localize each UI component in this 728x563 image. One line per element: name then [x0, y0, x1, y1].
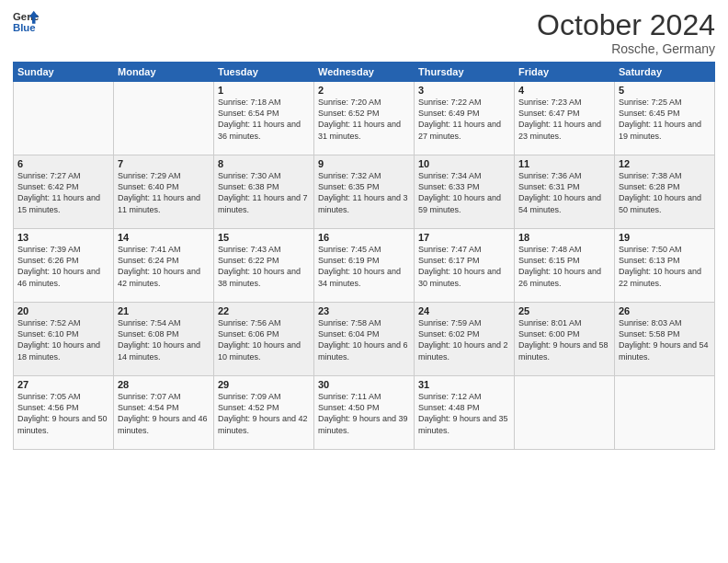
header: General Blue October 2024 Rosche, German…: [13, 9, 715, 56]
day-info: Sunrise: 7:34 AM Sunset: 6:33 PM Dayligh…: [418, 170, 510, 215]
day-number: 11: [518, 158, 610, 169]
day-number: 9: [318, 158, 410, 169]
day-info: Sunrise: 7:43 AM Sunset: 6:22 PM Dayligh…: [218, 244, 310, 289]
day-number: 25: [518, 305, 610, 316]
day-number: 20: [17, 305, 109, 316]
day-cell: 17Sunrise: 7:47 AM Sunset: 6:17 PM Dayli…: [415, 229, 515, 303]
day-number: 30: [318, 379, 410, 390]
day-info: Sunrise: 7:54 AM Sunset: 6:08 PM Dayligh…: [118, 317, 210, 362]
day-header-sunday: Sunday: [14, 63, 114, 82]
day-cell: 11Sunrise: 7:36 AM Sunset: 6:31 PM Dayli…: [515, 155, 615, 229]
month-title: October 2024: [537, 9, 715, 41]
day-number: 10: [418, 158, 510, 169]
day-number: 16: [318, 232, 410, 243]
day-cell: 1Sunrise: 7:18 AM Sunset: 6:54 PM Daylig…: [214, 82, 314, 155]
day-header-saturday: Saturday: [615, 63, 715, 82]
day-number: 19: [619, 232, 711, 243]
day-header-monday: Monday: [114, 63, 214, 82]
day-info: Sunrise: 7:59 AM Sunset: 6:02 PM Dayligh…: [418, 317, 510, 362]
day-cell: 10Sunrise: 7:34 AM Sunset: 6:33 PM Dayli…: [415, 155, 515, 229]
day-info: Sunrise: 7:27 AM Sunset: 6:42 PM Dayligh…: [17, 170, 109, 215]
day-number: 2: [318, 85, 410, 96]
day-cell: 2Sunrise: 7:20 AM Sunset: 6:52 PM Daylig…: [314, 82, 415, 155]
day-cell: 5Sunrise: 7:25 AM Sunset: 6:45 PM Daylig…: [615, 82, 715, 155]
day-info: Sunrise: 7:39 AM Sunset: 6:26 PM Dayligh…: [17, 244, 109, 289]
day-number: 14: [118, 232, 210, 243]
day-cell: 26Sunrise: 8:03 AM Sunset: 5:58 PM Dayli…: [615, 303, 715, 376]
day-number: 7: [118, 158, 210, 169]
day-info: Sunrise: 7:29 AM Sunset: 6:40 PM Dayligh…: [118, 170, 210, 215]
day-cell: 21Sunrise: 7:54 AM Sunset: 6:08 PM Dayli…: [114, 303, 214, 376]
day-cell: 8Sunrise: 7:30 AM Sunset: 6:38 PM Daylig…: [214, 155, 314, 229]
day-cell: 25Sunrise: 8:01 AM Sunset: 6:00 PM Dayli…: [515, 303, 615, 376]
logo-icon: General Blue: [13, 9, 39, 35]
day-header-tuesday: Tuesday: [214, 63, 314, 82]
day-cell: 12Sunrise: 7:38 AM Sunset: 6:28 PM Dayli…: [615, 155, 715, 229]
day-info: Sunrise: 7:05 AM Sunset: 4:56 PM Dayligh…: [17, 391, 109, 436]
logo: General Blue: [13, 9, 39, 35]
day-cell: 28Sunrise: 7:07 AM Sunset: 4:54 PM Dayli…: [114, 376, 214, 450]
day-info: Sunrise: 7:38 AM Sunset: 6:28 PM Dayligh…: [619, 170, 711, 215]
page: General Blue October 2024 Rosche, German…: [0, 0, 728, 563]
week-row-5: 27Sunrise: 7:05 AM Sunset: 4:56 PM Dayli…: [14, 376, 715, 450]
day-number: 3: [418, 85, 510, 96]
day-cell: 22Sunrise: 7:56 AM Sunset: 6:06 PM Dayli…: [214, 303, 314, 376]
day-info: Sunrise: 7:52 AM Sunset: 6:10 PM Dayligh…: [17, 317, 109, 362]
week-row-2: 6Sunrise: 7:27 AM Sunset: 6:42 PM Daylig…: [14, 155, 715, 229]
day-number: 4: [518, 85, 610, 96]
day-info: Sunrise: 8:03 AM Sunset: 5:58 PM Dayligh…: [619, 317, 711, 362]
day-cell: 14Sunrise: 7:41 AM Sunset: 6:24 PM Dayli…: [114, 229, 214, 303]
day-info: Sunrise: 7:09 AM Sunset: 4:52 PM Dayligh…: [218, 391, 310, 436]
day-number: 27: [17, 379, 109, 390]
week-row-3: 13Sunrise: 7:39 AM Sunset: 6:26 PM Dayli…: [14, 229, 715, 303]
day-cell: 18Sunrise: 7:48 AM Sunset: 6:15 PM Dayli…: [515, 229, 615, 303]
day-number: 5: [619, 85, 711, 96]
day-number: 22: [218, 305, 310, 316]
day-info: Sunrise: 7:48 AM Sunset: 6:15 PM Dayligh…: [518, 244, 610, 289]
day-cell: [615, 376, 715, 450]
day-info: Sunrise: 7:45 AM Sunset: 6:19 PM Dayligh…: [318, 244, 410, 289]
day-cell: 9Sunrise: 7:32 AM Sunset: 6:35 PM Daylig…: [314, 155, 415, 229]
svg-text:Blue: Blue: [13, 22, 36, 33]
day-cell: 16Sunrise: 7:45 AM Sunset: 6:19 PM Dayli…: [314, 229, 415, 303]
day-info: Sunrise: 7:30 AM Sunset: 6:38 PM Dayligh…: [218, 170, 310, 215]
day-info: Sunrise: 7:41 AM Sunset: 6:24 PM Dayligh…: [118, 244, 210, 289]
day-cell: 15Sunrise: 7:43 AM Sunset: 6:22 PM Dayli…: [214, 229, 314, 303]
day-info: Sunrise: 7:20 AM Sunset: 6:52 PM Dayligh…: [318, 97, 410, 142]
day-info: Sunrise: 7:23 AM Sunset: 6:47 PM Dayligh…: [518, 97, 610, 142]
day-cell: 20Sunrise: 7:52 AM Sunset: 6:10 PM Dayli…: [14, 303, 114, 376]
day-header-wednesday: Wednesday: [314, 63, 415, 82]
week-row-4: 20Sunrise: 7:52 AM Sunset: 6:10 PM Dayli…: [14, 303, 715, 376]
day-number: 29: [218, 379, 310, 390]
day-number: 28: [118, 379, 210, 390]
day-info: Sunrise: 7:12 AM Sunset: 4:48 PM Dayligh…: [418, 391, 510, 436]
day-cell: 30Sunrise: 7:11 AM Sunset: 4:50 PM Dayli…: [314, 376, 415, 450]
day-header-friday: Friday: [515, 63, 615, 82]
day-number: 6: [17, 158, 109, 169]
day-info: Sunrise: 7:50 AM Sunset: 6:13 PM Dayligh…: [619, 244, 711, 289]
day-cell: 31Sunrise: 7:12 AM Sunset: 4:48 PM Dayli…: [415, 376, 515, 450]
day-info: Sunrise: 7:56 AM Sunset: 6:06 PM Dayligh…: [218, 317, 310, 362]
day-number: 13: [17, 232, 109, 243]
day-number: 1: [218, 85, 310, 96]
day-cell: 7Sunrise: 7:29 AM Sunset: 6:40 PM Daylig…: [114, 155, 214, 229]
day-info: Sunrise: 7:11 AM Sunset: 4:50 PM Dayligh…: [318, 391, 410, 436]
day-cell: 6Sunrise: 7:27 AM Sunset: 6:42 PM Daylig…: [14, 155, 114, 229]
location-subtitle: Rosche, Germany: [537, 41, 715, 56]
day-cell: 29Sunrise: 7:09 AM Sunset: 4:52 PM Dayli…: [214, 376, 314, 450]
day-info: Sunrise: 7:18 AM Sunset: 6:54 PM Dayligh…: [218, 97, 310, 142]
day-cell: 23Sunrise: 7:58 AM Sunset: 6:04 PM Dayli…: [314, 303, 415, 376]
title-block: October 2024 Rosche, Germany: [537, 9, 715, 56]
day-number: 24: [418, 305, 510, 316]
day-number: 18: [518, 232, 610, 243]
day-number: 21: [118, 305, 210, 316]
day-number: 23: [318, 305, 410, 316]
day-number: 15: [218, 232, 310, 243]
day-info: Sunrise: 7:25 AM Sunset: 6:45 PM Dayligh…: [619, 97, 711, 142]
day-cell: 19Sunrise: 7:50 AM Sunset: 6:13 PM Dayli…: [615, 229, 715, 303]
day-info: Sunrise: 7:32 AM Sunset: 6:35 PM Dayligh…: [318, 170, 410, 215]
day-info: Sunrise: 7:22 AM Sunset: 6:49 PM Dayligh…: [418, 97, 510, 142]
day-number: 26: [619, 305, 711, 316]
day-cell: [515, 376, 615, 450]
header-row: SundayMondayTuesdayWednesdayThursdayFrid…: [14, 63, 715, 82]
